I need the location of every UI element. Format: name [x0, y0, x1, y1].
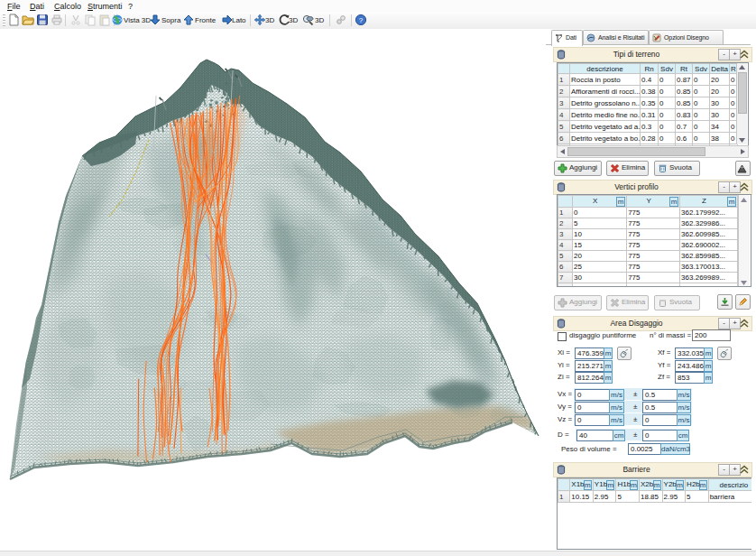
- svg-text:?: ?: [359, 16, 364, 24]
